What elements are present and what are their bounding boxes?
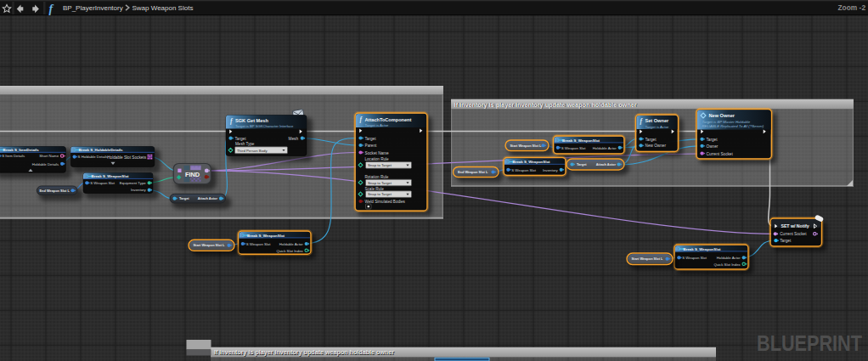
svg-text:Socket Name: Socket Name: [365, 151, 390, 155]
svg-text:Mesh: Mesh: [289, 137, 299, 141]
svg-text:Snap to Target: Snap to Target: [368, 181, 392, 185]
svg-text:BP_PlayerInventory: BP_PlayerInventory: [63, 4, 123, 12]
svg-text:Owner: Owner: [707, 144, 719, 149]
svg-text:Inventory: Inventory: [131, 188, 147, 192]
svg-text:S Holdable Details: S Holdable Details: [78, 155, 108, 159]
svg-text:Snap to Target: Snap to Target: [368, 163, 392, 167]
svg-text:Target is Actor: Target is Actor: [365, 123, 389, 127]
svg-text:Swap Weapon Slots: Swap Weapon Slots: [132, 4, 194, 12]
svg-text:Equipment Type: Equipment Type: [120, 181, 147, 185]
svg-text:Current Socket: Current Socket: [707, 152, 734, 156]
svg-text:Quick Slot Index: Quick Slot Index: [276, 249, 303, 253]
svg-text:Break S_ItemDetails: Break S_ItemDetails: [3, 148, 40, 152]
svg-text:Target: Target: [707, 138, 719, 142]
svg-text:Break S_WeaponSlot: Break S_WeaponSlot: [513, 160, 551, 164]
svg-text:If inventory is player invento: If inventory is player inventory update …: [214, 349, 394, 356]
svg-text:Start Weapon Slot L: Start Weapon Slot L: [510, 144, 543, 148]
svg-text:AttachToComponent: AttachToComponent: [365, 117, 412, 122]
svg-text:Attach Actor: Attach Actor: [198, 196, 218, 200]
svg-text:Snap to Target: Snap to Target: [368, 192, 392, 196]
svg-text:SET w/ Notify: SET w/ Notify: [781, 223, 809, 228]
svg-text:Target is BP Master Holdable: Target is BP Master Holdable: [702, 120, 751, 124]
svg-text:Holdable Actor: Holdable Actor: [717, 256, 741, 260]
svg-text:BLUEPRINT: BLUEPRINT: [757, 330, 862, 356]
svg-text:Holdable Actor: Holdable Actor: [593, 146, 617, 150]
svg-text:Set Owner: Set Owner: [645, 118, 669, 123]
svg-text:RELIABLE Replicated To All (?S: RELIABLE Replicated To All (?Server): [702, 124, 764, 128]
svg-text:Mesh Type: Mesh Type: [235, 142, 255, 146]
svg-text:Rotation Rule: Rotation Rule: [365, 175, 389, 179]
svg-text:End Weapon Slot L: End Weapon Slot L: [458, 170, 488, 174]
svg-text:Quick Slot Index: Quick Slot Index: [713, 262, 741, 267]
svg-text:Holdable Details: Holdable Details: [32, 162, 59, 166]
svg-text:Short Name: Short Name: [39, 154, 59, 158]
svg-text:If inventory is player invento: If inventory is player inventory update …: [454, 102, 637, 109]
svg-text:S Item Details: S Item Details: [2, 154, 25, 158]
svg-text:Break S_WeaponSlot: Break S_WeaponSlot: [684, 247, 722, 251]
svg-text:S Weapon Slot: S Weapon Slot: [90, 181, 115, 185]
svg-text:Target: Target: [235, 137, 247, 141]
svg-text:Weld Simulated Bodies: Weld Simulated Bodies: [365, 200, 406, 204]
svg-text:New Owner: New Owner: [645, 144, 667, 148]
svg-text:Break S_WeaponSlot: Break S_WeaponSlot: [247, 234, 285, 238]
svg-text:Start Weapon Slot L: Start Weapon Slot L: [632, 257, 664, 261]
svg-text:Target: Target: [577, 162, 587, 166]
svg-text:Break S_WeaponSlot: Break S_WeaponSlot: [562, 138, 600, 143]
svg-text:Target: Target: [365, 137, 377, 141]
svg-text:Target: Target: [179, 196, 189, 200]
svg-text:Location Rule: Location Rule: [365, 157, 390, 161]
svg-text:Scale Rule: Scale Rule: [365, 187, 385, 191]
svg-text:New Owner: New Owner: [709, 113, 736, 118]
svg-text:Target: Target: [780, 239, 792, 243]
svg-text:Target is BP SGKCharacter Inte: Target is BP SGKCharacter Interface: [235, 124, 294, 128]
svg-text:SGK Get Mesh: SGK Get Mesh: [235, 118, 268, 123]
svg-text:Zoom -2: Zoom -2: [838, 3, 866, 12]
svg-text:Current Socket: Current Socket: [780, 232, 807, 236]
svg-text:FIND: FIND: [185, 171, 200, 178]
svg-text:Break S_WeaponSlot: Break S_WeaponSlot: [92, 174, 130, 178]
svg-text:Target: Target: [645, 138, 657, 142]
svg-text:Holdable Actor: Holdable Actor: [279, 242, 304, 246]
svg-text:Break S_HoldableDetails: Break S_HoldableDetails: [79, 148, 123, 152]
svg-text:S Weapon Slot: S Weapon Slot: [511, 168, 536, 172]
svg-text:S Weapon Slot: S Weapon Slot: [682, 256, 707, 260]
svg-text:Parent: Parent: [365, 144, 378, 148]
svg-text:Holdable Slot Sockets: Holdable Slot Sockets: [107, 155, 147, 160]
svg-text:Start Weapon Slot L: Start Weapon Slot L: [194, 243, 226, 247]
svg-text:S Weapon Slot: S Weapon Slot: [561, 146, 586, 150]
svg-text:Third Person Body: Third Person Body: [237, 149, 268, 153]
svg-text:End Weapon Slot L: End Weapon Slot L: [40, 189, 70, 193]
svg-text:Attach Actor: Attach Actor: [596, 162, 617, 166]
svg-text:Inventory: Inventory: [543, 168, 559, 172]
svg-text:Target is Actor: Target is Actor: [645, 125, 669, 129]
svg-text:S Weapon Slot: S Weapon Slot: [246, 242, 271, 246]
